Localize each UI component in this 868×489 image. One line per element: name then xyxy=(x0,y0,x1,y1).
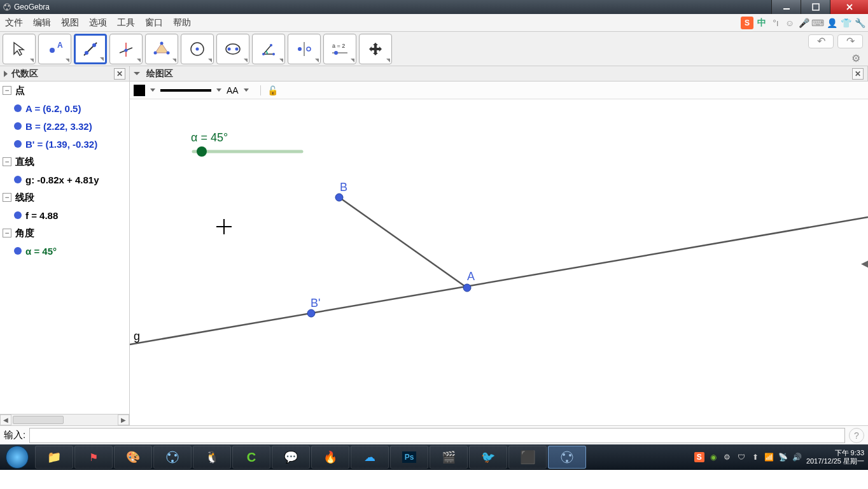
category-segment[interactable]: −线段 xyxy=(0,188,129,206)
tool-reflect[interactable] xyxy=(288,34,321,64)
scroll-right-icon[interactable]: ▶ xyxy=(118,415,129,425)
font-dropdown-icon[interactable] xyxy=(244,89,249,92)
maximize-button[interactable] xyxy=(801,0,830,14)
object-g[interactable]: g: -0.82x + 4.81y xyxy=(0,171,129,188)
ime-emoji-icon[interactable]: ☺ xyxy=(784,17,795,29)
category-angle[interactable]: −角度 xyxy=(0,224,129,242)
task-qq[interactable]: 🐧 xyxy=(193,446,231,469)
object-f[interactable]: f = 4.88 xyxy=(0,206,129,224)
tool-perpendicular[interactable] xyxy=(109,34,143,64)
menu-help[interactable]: 帮助 xyxy=(168,17,196,29)
category-point[interactable]: −点 xyxy=(0,82,129,99)
menu-options[interactable]: 选项 xyxy=(84,17,112,29)
tool-line[interactable] xyxy=(74,34,107,64)
line-style-picker[interactable] xyxy=(160,89,211,92)
command-input[interactable] xyxy=(29,428,845,443)
svg-text:A: A xyxy=(57,41,63,50)
tray-icon4[interactable]: 📶 xyxy=(764,452,774,462)
tool-point[interactable]: A xyxy=(38,34,71,64)
tool-ellipse[interactable] xyxy=(216,34,249,64)
font-size-label[interactable]: AA xyxy=(227,85,239,96)
object-A[interactable]: A = (6.2, 0.5) xyxy=(0,99,129,117)
svg-point-15 xyxy=(160,41,164,45)
task-geogebra-alt[interactable] xyxy=(153,446,192,469)
close-button[interactable] xyxy=(830,0,868,14)
expand-right-icon[interactable]: ◀ xyxy=(862,256,868,271)
algebra-close-button[interactable]: ✕ xyxy=(114,68,125,80)
ime-user-icon[interactable]: 👤 xyxy=(826,17,837,29)
task-explorer[interactable]: 📁 xyxy=(35,446,73,469)
graphics-close-button[interactable]: ✕ xyxy=(852,68,864,80)
ime-punct-icon[interactable]: °ı xyxy=(770,17,781,29)
menu-edit[interactable]: 编辑 xyxy=(28,17,56,29)
ime-keyboard-icon[interactable]: ⌨ xyxy=(812,17,823,29)
help-button[interactable]: ? xyxy=(849,428,864,443)
menu-window[interactable]: 窗口 xyxy=(140,17,168,29)
tool-move[interactable] xyxy=(3,34,36,64)
windows-taskbar: 📁 ⚑ 🎨 🐧 C 💬 🔥 ☁ Ps 🎬 🐦 ⬛ S ◉ ⚙ 🛡 ⬆ 📶 📡 🔊… xyxy=(0,444,868,470)
color-dropdown-icon[interactable] xyxy=(150,89,155,92)
toolbar-settings-icon[interactable]: ⚙ xyxy=(851,52,863,64)
svg-text:a = 2: a = 2 xyxy=(332,43,345,49)
tool-move-view[interactable] xyxy=(359,34,392,64)
menu-view[interactable]: 视图 xyxy=(56,17,84,29)
tray-icon2[interactable]: 🛡 xyxy=(736,452,746,462)
scroll-thumb[interactable] xyxy=(13,416,64,424)
svg-point-13 xyxy=(125,48,128,52)
task-browser[interactable]: 🔥 xyxy=(311,446,349,469)
tool-slider[interactable]: a = 2 xyxy=(323,34,356,64)
task-geogebra[interactable] xyxy=(548,446,586,469)
object-alpha[interactable]: α = 45° xyxy=(0,242,129,260)
menu-file[interactable]: 文件 xyxy=(0,17,28,29)
minimize-button[interactable] xyxy=(771,0,801,14)
task-cloud[interactable]: ☁ xyxy=(351,446,389,469)
task-media[interactable]: 🎬 xyxy=(430,446,468,469)
redo-button[interactable]: ↷ xyxy=(837,34,863,48)
algebra-panel-header: 代数区 ✕ xyxy=(0,66,130,81)
ime-lang-label[interactable]: 中 xyxy=(756,17,767,29)
svg-point-9 xyxy=(85,51,88,55)
task-photoshop[interactable]: Ps xyxy=(390,446,428,469)
task-camtasia[interactable]: C xyxy=(232,446,270,469)
line-dropdown-icon[interactable] xyxy=(216,89,221,92)
taskbar-clock[interactable]: 下午 9:33 2017/12/25 星期一 xyxy=(806,449,864,465)
scroll-left-icon[interactable]: ◀ xyxy=(0,415,11,425)
task-thunder[interactable]: 🐦 xyxy=(469,446,507,469)
object-Bprime[interactable]: B' = (1.39, -0.32) xyxy=(0,135,129,153)
svg-point-38 xyxy=(197,146,207,157)
undo-button[interactable]: ↶ xyxy=(808,34,834,48)
ime-mic-icon[interactable]: 🎤 xyxy=(798,17,809,29)
tool-angle[interactable] xyxy=(252,34,285,64)
svg-point-23 xyxy=(262,53,265,55)
task-paint[interactable]: 🎨 xyxy=(114,446,152,469)
svg-point-35 xyxy=(335,194,343,201)
ime-sogou-icon[interactable]: S xyxy=(741,17,753,29)
tool-circle[interactable] xyxy=(181,34,214,64)
task-recorder[interactable]: ⬛ xyxy=(508,446,547,469)
menu-tools[interactable]: 工具 xyxy=(112,17,140,29)
algebra-scrollbar[interactable]: ◀ ▶ xyxy=(0,414,129,425)
svg-point-48 xyxy=(566,460,568,462)
collapse-icon[interactable] xyxy=(134,72,140,75)
tray-network-icon[interactable]: 📡 xyxy=(778,452,788,462)
lock-icon[interactable]: 🔓 xyxy=(260,85,278,96)
task-app1[interactable]: ⚑ xyxy=(74,446,113,469)
graphics-canvas[interactable]: α = 45° B A B' g ◀ xyxy=(130,99,868,425)
ime-settings-icon[interactable]: 🔧 xyxy=(854,17,865,29)
start-button[interactable] xyxy=(0,444,34,470)
tray-icon1[interactable]: ⚙ xyxy=(722,452,732,462)
color-picker[interactable] xyxy=(134,85,145,96)
tray-sogou-icon[interactable]: S xyxy=(694,452,704,462)
ime-skin-icon[interactable]: 👕 xyxy=(840,17,851,29)
app-icon xyxy=(3,3,11,11)
tray-nvidia-icon[interactable]: ◉ xyxy=(708,452,718,462)
object-B[interactable]: B = (2.22, 3.32) xyxy=(0,117,129,135)
collapse-icon[interactable] xyxy=(4,71,8,77)
svg-point-22 xyxy=(235,47,239,50)
category-line[interactable]: −直线 xyxy=(0,153,129,171)
tool-polygon[interactable] xyxy=(145,34,178,64)
graphics-panel-header: 绘图区 ✕ xyxy=(130,66,868,81)
tray-icon3[interactable]: ⬆ xyxy=(750,452,760,462)
task-wechat[interactable]: 💬 xyxy=(272,446,310,469)
tray-volume-icon[interactable]: 🔊 xyxy=(792,452,802,462)
